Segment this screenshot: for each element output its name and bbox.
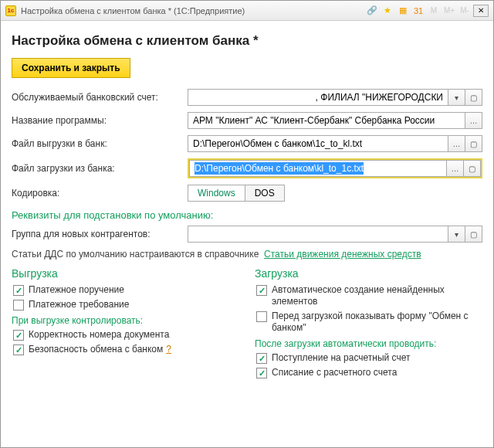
browse-button[interactable]: … bbox=[448, 135, 465, 152]
encoding-label: Кодировка: bbox=[12, 188, 183, 199]
contractor-group-input[interactable] bbox=[188, 226, 448, 243]
program-name-input[interactable]: АРМ "Клиент" АС "Клиент-Сбербанк" Сберба… bbox=[188, 112, 465, 129]
program-name-label: Название программы: bbox=[12, 115, 183, 126]
open-button[interactable]: ▢ bbox=[464, 160, 481, 177]
writeoff-label: Списание с расчетного счета bbox=[272, 367, 397, 378]
link-icon[interactable]: 🔗 bbox=[365, 4, 379, 18]
payment-request-checkbox[interactable] bbox=[13, 300, 24, 311]
dropdown-button[interactable]: ▾ bbox=[448, 89, 465, 106]
export-file-input[interactable]: D:\Перегон\Обмен с банком\1c_to_kl.txt bbox=[188, 135, 448, 152]
open-button[interactable]: ▢ bbox=[465, 135, 482, 152]
import-file-label: Файл загрузки из банка: bbox=[12, 163, 183, 174]
app-logo-icon: 1c bbox=[5, 5, 16, 16]
dds-link[interactable]: Статьи движения денежных средств bbox=[264, 249, 421, 260]
import-file-input[interactable]: D:\Перегон\Обмен с банком\kl_to_1c.txt bbox=[189, 160, 447, 177]
encoding-dos-button[interactable]: DOS bbox=[245, 185, 284, 201]
dropdown-button[interactable]: ▾ bbox=[448, 226, 465, 243]
encoding-windows-button[interactable]: Windows bbox=[188, 185, 245, 201]
calculator-icon[interactable]: ▦ bbox=[396, 4, 410, 18]
payment-request-label: Платежное требование bbox=[29, 299, 129, 311]
export-control-header: При выгрузке контролировать: bbox=[12, 315, 239, 326]
receipt-checkbox[interactable]: ✓ bbox=[256, 353, 267, 364]
window-titlebar: 1c Настройка обмена с клиентом банка * (… bbox=[1, 1, 493, 21]
encoding-toggle: Windows DOS bbox=[188, 185, 285, 202]
help-link[interactable]: ? bbox=[166, 344, 171, 355]
payment-order-label: Платежное поручение bbox=[29, 284, 124, 296]
window-title: Настройка обмена с клиентом банка * (1С:… bbox=[21, 6, 360, 15]
favorite-icon[interactable]: ★ bbox=[381, 4, 394, 18]
receipt-label: Поступление на расчетный счет bbox=[272, 352, 411, 364]
memory-mminus-icon[interactable]: M- bbox=[458, 4, 472, 18]
memory-mplus-icon[interactable]: M+ bbox=[442, 4, 456, 18]
autopost-header: После загрузки автоматически проводить: bbox=[255, 338, 482, 349]
close-button[interactable]: ✕ bbox=[473, 5, 489, 17]
open-button[interactable]: ▢ bbox=[465, 89, 482, 106]
bank-account-label: Обслуживаемый банковский счет: bbox=[12, 92, 183, 103]
exchange-security-checkbox[interactable]: ✓ bbox=[13, 344, 24, 355]
contractor-group-label: Группа для новых контрагентов: bbox=[12, 229, 183, 239]
bank-account-input[interactable]: , ФИЛИАЛ "НИЖЕГОРОДСКИ bbox=[188, 89, 448, 106]
dds-hint: Статьи ДДС по умолчанию настраиваются в … bbox=[12, 249, 482, 260]
export-file-label: Файл выгрузки в банк: bbox=[12, 138, 183, 149]
open-button[interactable]: ▢ bbox=[465, 226, 482, 243]
auto-create-label: Автоматическое создание ненайденных элем… bbox=[272, 284, 482, 307]
select-button[interactable]: … bbox=[465, 112, 482, 129]
calendar-icon[interactable]: 31 bbox=[411, 4, 425, 18]
doc-number-checkbox[interactable]: ✓ bbox=[13, 330, 24, 341]
exchange-security-label: Безопасность обмена с банком? bbox=[29, 344, 171, 355]
show-form-label: Перед загрузкой показывать форму "Обмен … bbox=[272, 311, 482, 334]
browse-button[interactable]: … bbox=[447, 160, 464, 177]
doc-number-label: Корректность номера документа bbox=[29, 329, 169, 341]
auto-create-checkbox[interactable]: ✓ bbox=[256, 285, 267, 296]
export-section-header: Выгрузка bbox=[12, 267, 239, 280]
defaults-section-header: Реквизиты для подстановки по умолчанию: bbox=[12, 209, 482, 221]
save-and-close-button[interactable]: Сохранить и закрыть bbox=[12, 58, 130, 78]
import-section-header: Загрузка bbox=[255, 267, 482, 280]
memory-m-icon[interactable]: M bbox=[427, 4, 441, 18]
page-title: Настройка обмена с клиентом банка * bbox=[12, 33, 482, 49]
show-form-checkbox[interactable] bbox=[256, 311, 267, 322]
payment-order-checkbox[interactable]: ✓ bbox=[13, 285, 24, 296]
writeoff-checkbox[interactable]: ✓ bbox=[256, 368, 267, 378]
